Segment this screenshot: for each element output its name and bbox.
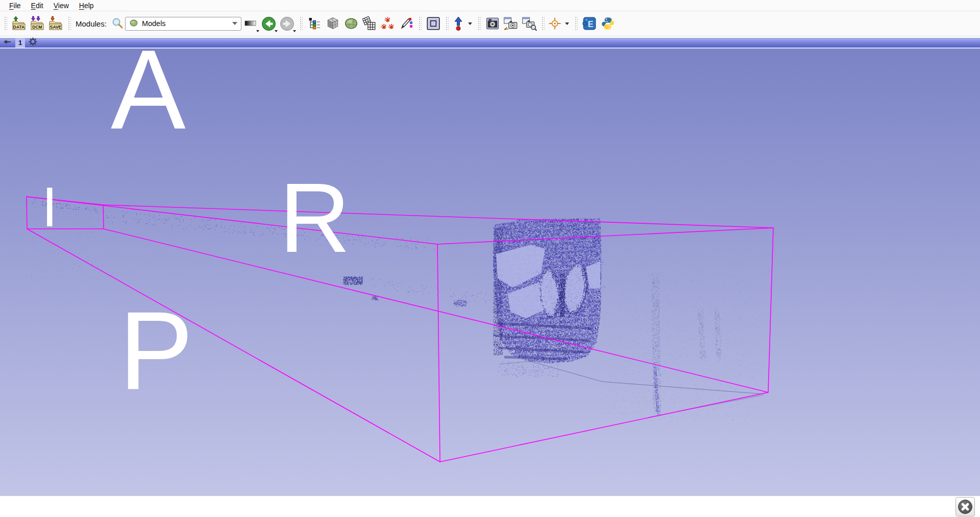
import-dicom-button[interactable]: DCM — [28, 14, 46, 33]
extensions-icon: E — [582, 16, 597, 31]
place-markup-menu-button[interactable] — [465, 15, 475, 32]
models-module-button[interactable] — [342, 14, 360, 33]
toolbar-grip[interactable] — [67, 16, 71, 31]
back-arrow-icon — [261, 16, 276, 31]
menu-indicator-icon — [293, 30, 296, 32]
markups-module-button[interactable] — [379, 14, 397, 33]
editor-module-button[interactable] — [397, 14, 415, 33]
fiducial-points-icon — [381, 17, 395, 31]
volumes-module-button[interactable] — [324, 14, 342, 33]
svg-text:DCM: DCM — [32, 25, 42, 30]
sceneview-restore-icon — [522, 16, 537, 31]
module-back-button[interactable] — [260, 14, 278, 33]
save-data-button[interactable]: SAVE — [46, 14, 65, 33]
models-module-icon — [129, 18, 138, 29]
chevron-down-icon — [468, 22, 472, 25]
python-icon — [601, 16, 615, 31]
menu-indicator-icon — [256, 30, 259, 32]
python-console-button[interactable] — [599, 14, 617, 33]
sceneview-camera-icon — [503, 16, 519, 31]
transform-grid-icon — [362, 16, 377, 31]
menu-view[interactable]: View — [48, 1, 74, 11]
save-icon: SAVE — [48, 16, 63, 31]
dicom-icon: DCM — [30, 16, 45, 31]
volume-cube-icon — [326, 16, 340, 31]
menu-indicator-icon — [275, 30, 278, 32]
sceneview-save-button[interactable] — [502, 14, 520, 33]
sceneview-restore-button[interactable] — [520, 14, 538, 33]
menu-edit[interactable]: Edit — [26, 1, 48, 11]
pin-icon[interactable] — [3, 38, 12, 48]
module-selector-value: Models — [142, 19, 229, 28]
transforms-module-button[interactable] — [360, 14, 379, 33]
toolbar-grip[interactable] — [418, 16, 422, 31]
status-bar — [0, 496, 980, 517]
history-icon — [244, 17, 257, 30]
svg-text:DATA: DATA — [13, 25, 24, 30]
orientation-label-P: P — [119, 295, 193, 406]
toolbar-grip[interactable] — [299, 16, 303, 31]
gear-icon[interactable] — [29, 37, 37, 48]
pen-colors-icon — [400, 17, 413, 30]
modules-label: Modules: — [76, 19, 107, 28]
toolbar-grip[interactable] — [4, 16, 7, 31]
toolbar-grip[interactable] — [574, 16, 578, 31]
svg-text:SAVE: SAVE — [50, 25, 62, 30]
toolbar-grip[interactable] — [477, 16, 481, 31]
main-toolbar: DATA DCM SAVE Modules: Models E — [0, 11, 980, 36]
subject-hierarchy-icon — [307, 17, 321, 31]
forward-arrow-icon — [280, 16, 295, 31]
extensions-manager-button[interactable]: E — [580, 14, 599, 33]
menu-bar: FileEditViewHelp — [0, 0, 980, 11]
search-icon — [111, 17, 124, 30]
view-controller-bar: 1 — [0, 38, 980, 49]
data-module-button[interactable] — [305, 14, 324, 33]
load-data-button[interactable]: DATA — [10, 14, 28, 33]
load-data-icon: DATA — [11, 16, 27, 31]
toolbar-grip[interactable] — [541, 16, 545, 31]
toolbar-grip[interactable] — [445, 16, 449, 31]
close-icon — [958, 499, 973, 514]
crosshair-menu-button[interactable] — [562, 15, 572, 32]
crosshair-button[interactable] — [547, 14, 562, 33]
place-point-icon — [452, 16, 464, 31]
close-button[interactable] — [955, 497, 975, 516]
models-blob-icon — [344, 16, 358, 31]
screenshot-frame-icon — [426, 16, 441, 31]
module-forward-button[interactable] — [278, 14, 297, 33]
screenshot-button[interactable] — [424, 14, 443, 33]
orientation-label-R: R — [279, 169, 350, 267]
view-label: 1 — [15, 38, 25, 48]
3d-view[interactable]: AIRP — [0, 49, 980, 496]
menu-file[interactable]: File — [4, 1, 26, 11]
screen-capture-button[interactable] — [483, 14, 502, 33]
svg-text:E: E — [588, 19, 594, 29]
module-history-button[interactable] — [241, 14, 260, 33]
menu-help[interactable]: Help — [74, 1, 99, 11]
orientation-label-I: I — [42, 179, 58, 235]
chevron-down-icon — [232, 22, 237, 25]
camera-icon — [485, 16, 500, 31]
orientation-label-A: A — [111, 49, 186, 146]
module-selector-combobox[interactable]: Models — [125, 17, 241, 31]
crosshair-icon — [548, 17, 561, 30]
chevron-down-icon — [565, 22, 569, 25]
module-search-button[interactable] — [110, 14, 125, 33]
place-markup-button[interactable] — [451, 14, 465, 33]
